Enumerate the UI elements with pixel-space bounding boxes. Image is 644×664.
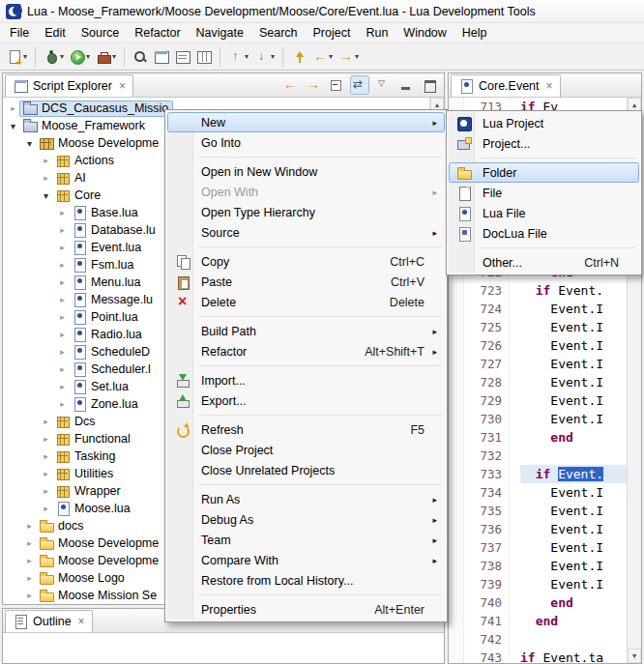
close-icon[interactable] bbox=[546, 81, 553, 91]
menu-edit[interactable]: Edit bbox=[37, 24, 73, 42]
code-line-734[interactable]: Event.I bbox=[520, 483, 627, 502]
collapse-all-button[interactable] bbox=[327, 75, 346, 95]
expand-arrow-icon[interactable]: ▸ bbox=[56, 382, 69, 391]
tab-outline[interactable]: Outline bbox=[5, 610, 93, 632]
back-arrow-button[interactable] bbox=[280, 75, 300, 95]
code-line-737[interactable]: Event.I bbox=[520, 538, 627, 557]
dropdown-arrow-icon[interactable]: ▾ bbox=[271, 52, 275, 61]
code-line-729[interactable]: Event.I bbox=[520, 391, 627, 410]
menu-item-lua-file[interactable]: Lua File bbox=[449, 203, 639, 223]
code-line-743[interactable]: if Event.ta bbox=[520, 649, 627, 663]
dropdown-arrow-icon[interactable]: ▾ bbox=[86, 52, 90, 61]
menu-file[interactable]: File bbox=[2, 24, 37, 42]
menu-search[interactable]: Search bbox=[251, 24, 306, 42]
expand-arrow-icon[interactable]: ▸ bbox=[23, 556, 36, 565]
menu-item-close-unrelated-projects[interactable]: Close Unrelated Projects bbox=[167, 460, 445, 480]
tab-script-explorer[interactable]: Script Explorer bbox=[5, 74, 133, 97]
expand-arrow-icon[interactable]: ▸ bbox=[56, 277, 69, 287]
code-line-728[interactable]: Event.I bbox=[520, 373, 627, 391]
code-line-726[interactable]: Event.I bbox=[520, 336, 627, 355]
menu-item-refactor[interactable]: RefactorAlt+Shift+T▸ bbox=[167, 341, 445, 361]
back-button[interactable]: ▾ bbox=[309, 45, 336, 69]
menu-item-source[interactable]: Source▸ bbox=[167, 222, 445, 243]
code-line-725[interactable]: Event.I bbox=[520, 318, 627, 336]
expand-arrow-icon[interactable]: ▸ bbox=[56, 347, 69, 357]
run-button[interactable]: ▾ bbox=[67, 45, 93, 69]
expand-arrow-icon[interactable]: ▸ bbox=[40, 504, 52, 513]
menu-navigate[interactable]: Navigate bbox=[189, 24, 251, 42]
menu-item-debug-as[interactable]: Debug As▸ bbox=[167, 509, 445, 530]
code-line-739[interactable]: Event.I bbox=[520, 575, 627, 593]
code-line-731[interactable]: end bbox=[520, 428, 627, 447]
menu-item-file[interactable]: File bbox=[449, 183, 639, 203]
last-edit-location-button[interactable] bbox=[288, 45, 309, 69]
external-tools-button[interactable]: ▾ bbox=[93, 45, 119, 69]
expand-arrow-icon[interactable]: ▸ bbox=[56, 225, 69, 235]
tab-core-event[interactable]: Core.Event bbox=[451, 74, 561, 97]
dropdown-arrow-icon[interactable]: ▾ bbox=[23, 52, 27, 61]
code-line-733[interactable]: if Event. bbox=[520, 465, 627, 483]
expand-arrow-icon[interactable]: ▸ bbox=[40, 434, 52, 444]
menu-item-team[interactable]: Team▸ bbox=[167, 530, 445, 550]
expand-arrow-icon[interactable]: ▸ bbox=[40, 469, 52, 478]
code-line-724[interactable]: Event.I bbox=[520, 300, 627, 318]
show-view-b-button[interactable] bbox=[193, 45, 215, 69]
menu-item-open-in-new-window[interactable]: Open in New Window bbox=[167, 161, 445, 182]
menu-project[interactable]: Project bbox=[306, 24, 359, 42]
expand-arrow-icon[interactable]: ▸ bbox=[40, 417, 52, 426]
code-line-736[interactable]: Event.I bbox=[520, 520, 627, 538]
forward-arrow-button[interactable] bbox=[304, 75, 323, 95]
close-icon[interactable] bbox=[78, 617, 85, 626]
maximize-button[interactable] bbox=[420, 75, 439, 95]
menu-refactor[interactable]: Refactor bbox=[127, 24, 188, 42]
minimize-button[interactable] bbox=[396, 75, 416, 95]
expand-arrow-icon[interactable]: ▸ bbox=[56, 208, 69, 217]
code-line-723[interactable]: if Event. bbox=[520, 281, 627, 300]
code-line-740[interactable]: end bbox=[520, 593, 627, 612]
expand-arrow-icon[interactable]: ▸ bbox=[40, 156, 52, 165]
menu-item-new[interactable]: New▸ bbox=[167, 112, 445, 132]
previous-annotation-button[interactable]: ▾ bbox=[225, 45, 251, 69]
search-button[interactable] bbox=[130, 45, 151, 69]
expand-arrow-icon[interactable]: ▸ bbox=[56, 243, 69, 252]
expand-arrow-icon[interactable]: ▸ bbox=[56, 330, 69, 339]
menu-item-go-into[interactable]: Go Into bbox=[167, 132, 445, 153]
code-line-727[interactable]: Event.I bbox=[520, 355, 627, 373]
menu-item-restore-from-local-history[interactable]: Restore from Local History... bbox=[167, 570, 445, 591]
expand-arrow-icon[interactable]: ▸ bbox=[40, 451, 52, 461]
expand-arrow-icon[interactable]: ▸ bbox=[40, 173, 52, 183]
menu-item-export[interactable]: Export... bbox=[167, 390, 445, 411]
expand-arrow-icon[interactable]: ▸ bbox=[40, 486, 52, 496]
expand-arrow-icon[interactable]: ▾ bbox=[40, 190, 52, 201]
menu-item-run-as[interactable]: Run As▸ bbox=[167, 489, 445, 509]
dropdown-arrow-icon[interactable]: ▾ bbox=[112, 52, 116, 61]
menu-item-project[interactable]: Project... bbox=[449, 133, 639, 154]
menu-item-close-project[interactable]: Close Project bbox=[167, 440, 445, 460]
dropdown-arrow-icon[interactable]: ▾ bbox=[245, 52, 249, 61]
menu-item-refresh[interactable]: RefreshF5 bbox=[167, 419, 445, 440]
code-line-730[interactable]: Event.I bbox=[520, 410, 627, 428]
menu-item-lua-project[interactable]: Lua Project bbox=[449, 113, 639, 133]
menu-item-build-path[interactable]: Build Path▸ bbox=[167, 321, 445, 341]
expand-arrow-icon[interactable]: ▾ bbox=[7, 121, 19, 131]
expand-arrow-icon[interactable]: ▸ bbox=[23, 521, 36, 531]
dropdown-arrow-icon[interactable]: ▾ bbox=[355, 52, 359, 61]
expand-arrow-icon[interactable]: ▸ bbox=[56, 295, 69, 304]
expand-arrow-icon[interactable]: ▾ bbox=[23, 138, 36, 149]
expand-arrow-icon[interactable]: ▸ bbox=[23, 591, 36, 600]
expand-arrow-icon[interactable]: ▸ bbox=[23, 573, 36, 583]
forward-button[interactable]: ▾ bbox=[336, 45, 362, 69]
menu-item-open-type-hierarchy[interactable]: Open Type Hierarchy bbox=[167, 202, 445, 222]
code-line-735[interactable]: Event.I bbox=[520, 502, 627, 520]
close-icon[interactable] bbox=[119, 81, 126, 91]
dropdown-arrow-icon[interactable]: ▾ bbox=[60, 52, 64, 61]
expand-arrow-icon[interactable]: ▸ bbox=[7, 103, 19, 113]
menu-item-delete[interactable]: DeleteDelete bbox=[167, 292, 445, 312]
menu-item-compare-with[interactable]: Compare With▸ bbox=[167, 550, 445, 570]
menu-item-paste[interactable]: PasteCtrl+V bbox=[167, 272, 445, 292]
dropdown-arrow-icon[interactable]: ▾ bbox=[329, 52, 333, 61]
menu-item-properties[interactable]: PropertiesAlt+Enter bbox=[167, 599, 445, 620]
code-line-738[interactable]: Event.I bbox=[520, 557, 627, 575]
menu-item-import[interactable]: Import... bbox=[167, 370, 445, 390]
new-wizard-button[interactable]: ▾ bbox=[4, 45, 30, 69]
